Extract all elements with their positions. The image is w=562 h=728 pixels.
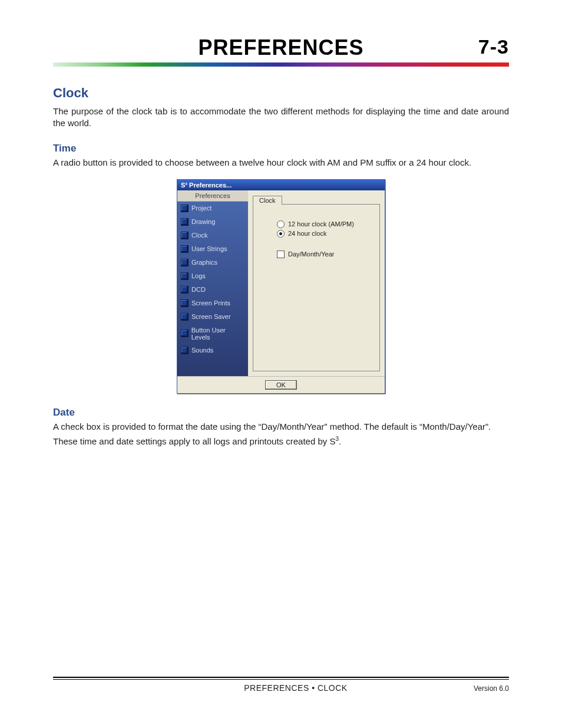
checkbox-date-format[interactable]: Day/Month/Year <box>277 251 373 258</box>
sidebar-item-dcd[interactable]: DCD <box>177 283 248 297</box>
dialog-body: Preferences Project Drawing Clock <box>177 190 385 376</box>
checkbox-label: Day/Month/Year <box>288 251 334 258</box>
tab-panel: 12 hour clock (AM/PM) 24 hour clock Day/… <box>253 204 380 371</box>
sidebar-item-button-user-levels[interactable]: Button User Levels <box>177 324 248 344</box>
sidebar-item-clock[interactable]: Clock <box>177 229 248 242</box>
folder-icon <box>181 205 189 212</box>
section-heading-time: Time <box>53 143 509 154</box>
date-body2-prefix: These time and date settings apply to al… <box>53 436 335 446</box>
sidebar-item-label: Sounds <box>191 347 213 354</box>
header-divider <box>53 62 509 67</box>
sidebar-item-label: Button User Levels <box>191 327 244 341</box>
sidebar-item-user-strings[interactable]: User Strings <box>177 242 248 256</box>
sidebar-item-screen-saver[interactable]: Screen Saver <box>177 310 248 324</box>
sidebar-item-project[interactable]: Project <box>177 202 248 215</box>
chapter-header: PREFERENCES 7-3 <box>53 35 509 60</box>
chapter-page-number: 7-3 <box>478 35 509 58</box>
folder-icon <box>181 232 189 239</box>
sidebar-item-label: User Strings <box>191 245 227 252</box>
folder-icon <box>181 330 189 337</box>
folder-icon <box>181 272 189 280</box>
sidebar-item-label: Graphics <box>191 259 217 266</box>
sidebar-item-label: Clock <box>191 232 208 239</box>
screenshot-wrapper: S³ Preferences... Preferences Project Dr… <box>53 179 509 394</box>
folder-icon <box>181 259 189 266</box>
date-body-text-2: These time and date settings apply to al… <box>53 435 509 447</box>
section-heading-clock: Clock <box>53 85 509 101</box>
radio-24-hour[interactable]: 24 hour clock <box>277 230 373 238</box>
folder-icon <box>181 245 189 253</box>
footer-breadcrumb: PREFERENCES • CLOCK <box>118 683 474 693</box>
sidebar-item-label: Drawing <box>191 218 215 225</box>
sidebar-item-drawing[interactable]: Drawing <box>177 215 248 229</box>
footer-version: Version 6.0 <box>474 684 509 693</box>
sidebar-item-label: DCD <box>191 286 206 293</box>
radio-12-hour[interactable]: 12 hour clock (AM/PM) <box>277 220 373 228</box>
preferences-dialog: S³ Preferences... Preferences Project Dr… <box>177 179 385 394</box>
date-body2-suffix: . <box>339 436 341 446</box>
folder-icon <box>181 313 189 321</box>
footer-row: PREFERENCES • CLOCK Version 6.0 <box>53 683 509 693</box>
sidebar-item-label: Project <box>191 205 211 212</box>
footer-rule <box>53 677 509 678</box>
ok-button[interactable]: OK <box>265 380 297 390</box>
footer-rule <box>53 679 509 680</box>
radio-dot-icon <box>279 232 282 235</box>
folder-icon <box>181 218 189 226</box>
dialog-button-row: OK <box>177 376 385 393</box>
sidebar-item-sounds[interactable]: Sounds <box>177 344 248 357</box>
radio-icon <box>277 220 285 228</box>
sidebar-item-logs[interactable]: Logs <box>177 269 248 283</box>
page-footer: PREFERENCES • CLOCK Version 6.0 <box>53 677 509 693</box>
dialog-content: Clock 12 hour clock (AM/PM) 24 hour cloc… <box>248 190 385 376</box>
dialog-titlebar[interactable]: S³ Preferences... <box>177 180 385 190</box>
chapter-title: PREFERENCES <box>198 35 363 60</box>
sidebar-item-label: Logs <box>191 272 206 279</box>
folder-icon <box>181 299 189 307</box>
clock-intro-text: The purpose of the clock tab is to accom… <box>53 106 509 130</box>
sidebar-item-label: Screen Saver <box>191 313 231 320</box>
dialog-sidebar: Preferences Project Drawing Clock <box>177 190 248 376</box>
radio-label: 12 hour clock (AM/PM) <box>288 220 354 228</box>
tab-clock[interactable]: Clock <box>253 196 282 205</box>
folder-icon <box>181 286 189 294</box>
document-page: PREFERENCES 7-3 Clock The purpose of the… <box>0 0 562 728</box>
section-heading-date: Date <box>53 407 509 419</box>
sidebar-item-label: Screen Prints <box>191 299 230 307</box>
radio-label: 24 hour clock <box>288 230 326 237</box>
folder-icon <box>181 347 189 354</box>
time-body-text: A radio button is provided to choose bet… <box>53 157 509 169</box>
radio-icon <box>277 230 285 238</box>
sidebar-item-screen-prints[interactable]: Screen Prints <box>177 297 248 310</box>
date-body-text-1: A check box is provided to format the da… <box>53 421 509 433</box>
checkbox-icon <box>277 251 285 258</box>
sidebar-header: Preferences <box>177 190 248 202</box>
sidebar-item-graphics[interactable]: Graphics <box>177 256 248 269</box>
